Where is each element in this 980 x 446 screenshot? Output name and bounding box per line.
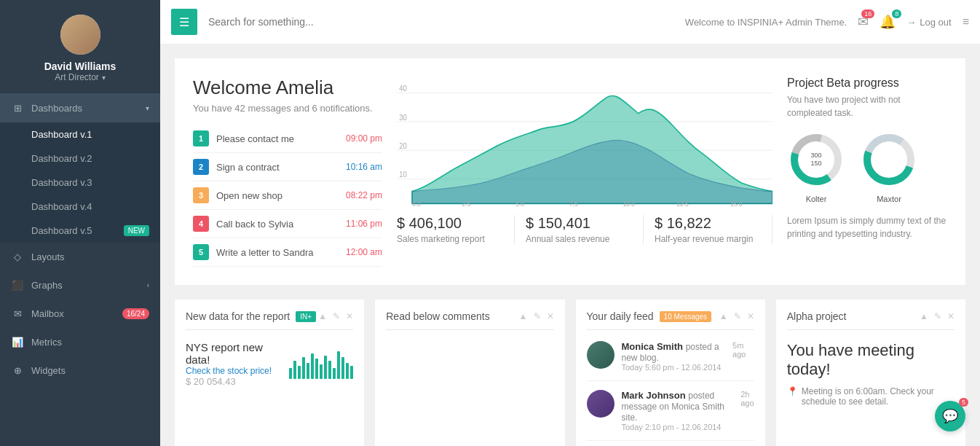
task-time-5: 12:00 am [346, 247, 382, 257]
sidebar-item-metrics[interactable]: 📊 Metrics [0, 328, 160, 356]
main-content: ☰ Welcome to INSPINIA+ Admin Theme. ✉ 16… [160, 0, 980, 446]
report-card-header: New data for the report IN+ ▲ ✎ ✕ [186, 310, 353, 330]
task-item: 5 Write a letter to Sandra 12:00 am [193, 238, 382, 267]
metrics-icon: 📊 [11, 337, 24, 348]
profile-name: David Williams [44, 60, 116, 72]
sidebar-item-graphs[interactable]: ⬛ Graphs ‹ [0, 271, 160, 300]
feed-collapse-icon[interactable]: ▲ [719, 311, 728, 321]
nys-left: NYS report new data! Check the stock pri… [186, 341, 289, 387]
task-item: 1 Please contact me 09:00 pm [193, 125, 382, 153]
svg-text:10.0: 10.0 [623, 200, 636, 207]
chat-bubble[interactable]: 💬 5 [935, 401, 965, 431]
alpha-card-title: Alpha project [787, 310, 847, 322]
svg-text:10: 10 [399, 171, 407, 179]
feed-card-title: Your daily feed 10 Messages [587, 310, 712, 322]
stat-halfyear: $ 16,822 Half-year revenue margin [644, 215, 772, 244]
topbar-menu-icon[interactable]: ≡ [963, 15, 969, 28]
layouts-icon: ◇ [11, 251, 24, 262]
welcome-section: Welcome Amelia You have 42 messages and … [175, 58, 965, 285]
sidebar-item-dashboard-v5[interactable]: Dashboard v.5 NEW [0, 219, 160, 243]
task-number-1: 1 [193, 130, 209, 146]
logout-icon: → [906, 17, 916, 28]
svg-text:2.5: 2.5 [462, 200, 471, 207]
mailbox-badge: 16/24 [122, 308, 149, 319]
sidebar-item-widgets[interactable]: ⊕ Widgets [0, 356, 160, 385]
bottom-row: New data for the report IN+ ▲ ✎ ✕ NYS re… [175, 300, 965, 446]
feed-close-icon[interactable]: ✕ [747, 311, 754, 321]
profile-role[interactable]: Art Director ▾ [55, 72, 106, 82]
alpha-close-icon[interactable]: ✕ [947, 311, 955, 321]
mail-icon[interactable]: ✉ 16 [858, 14, 869, 30]
card-close-icon[interactable]: ✕ [346, 311, 353, 321]
svg-text:15.0: 15.0 [730, 200, 743, 207]
sidebar-item-mailbox[interactable]: ✉ Mailbox 16/24 [0, 300, 160, 328]
feed-time-row-1: Monica Smith posted a new blog. 5m ago [622, 341, 754, 363]
task-item: 4 Call back to Sylvia 11:06 pm [193, 210, 382, 238]
logout-button[interactable]: → Log out [906, 17, 951, 28]
layouts-label: Layouts [31, 251, 149, 262]
bell-icon[interactable]: 🔔 8 [880, 14, 896, 30]
task-time-3: 08:22 pm [346, 190, 382, 200]
feed-edit-icon[interactable]: ✎ [734, 311, 741, 321]
sidebar-item-dashboard-v3[interactable]: Dashboard v.3 [0, 171, 160, 195]
stat-label-annual: Annual sales revenue [526, 234, 632, 244]
svg-text:12.5: 12.5 [676, 200, 689, 207]
svg-text:150: 150 [810, 160, 821, 167]
feed-name-2: Mark Johnson [622, 390, 686, 401]
svg-text:30: 30 [399, 113, 407, 121]
nys-amount: $ 20 054.43 [186, 376, 289, 387]
graphs-label: Graphs [31, 280, 147, 291]
sidebar-navigation: ⊞ Dashboards ▾ Dashboard v.1 Dashboard v… [0, 94, 160, 446]
sidebar-item-layouts[interactable]: ◇ Layouts [0, 243, 160, 271]
alpha-collapse-icon[interactable]: ▲ [920, 311, 928, 321]
sidebar-item-dashboards[interactable]: ⊞ Dashboards ▾ [0, 94, 160, 122]
card-edit-icon[interactable]: ✎ [333, 311, 340, 321]
feed-card-header: Your daily feed 10 Messages ▲ ✎ ✕ [587, 310, 754, 330]
pin-icon: 📍 [787, 386, 798, 396]
report-card: New data for the report IN+ ▲ ✎ ✕ NYS re… [175, 300, 364, 446]
task-list: 1 Please contact me 09:00 pm 2 Sign a co… [193, 125, 382, 267]
search-input[interactable] [205, 12, 678, 31]
task-time-1: 09:00 pm [346, 133, 382, 144]
welcome-title: Welcome Amelia [193, 77, 382, 99]
project-desc: Lorem Ipsum is simply dummy text of the … [787, 214, 947, 240]
comments-close-icon[interactable]: ✕ [547, 311, 554, 321]
feed-item-2: Mark Johnson posted message on Monica Sm… [587, 390, 754, 441]
sidebar-item-dashboard-v1[interactable]: Dashboard v.1 [0, 122, 160, 146]
card-collapse-icon[interactable]: ▲ [318, 311, 327, 321]
sidebar-item-dashboard-v4[interactable]: Dashboard v.4 [0, 195, 160, 219]
task-item: 3 Open new shop 08:22 pm [193, 181, 382, 210]
alpha-edit-icon[interactable]: ✎ [934, 311, 941, 321]
comments-edit-icon[interactable]: ✎ [534, 311, 541, 321]
feed-content-2: Mark Johnson posted message on Monica Sm… [622, 390, 754, 431]
task-label-3: Open new shop [216, 190, 346, 201]
topbar-right: Welcome to INSPINIA+ Admin Theme. ✉ 16 🔔… [685, 14, 969, 30]
comments-collapse-icon[interactable]: ▲ [519, 311, 528, 321]
task-number-2: 2 [193, 159, 209, 175]
page-content: Welcome Amelia You have 42 messages and … [160, 44, 980, 446]
bell-badge: 8 [892, 9, 901, 18]
feed-name-1: Monica Smith [622, 341, 684, 352]
comments-card: Read below comments ▲ ✎ ✕ [375, 300, 564, 446]
alpha-meeting-detail: 📍 Meeting is on 6:00am. Check your sched… [787, 386, 955, 407]
mailbox-icon: ✉ [11, 308, 24, 319]
project-subtitle: You have two project with not compleated… [787, 93, 947, 120]
feed-time-1: 5m ago [732, 341, 754, 363]
svg-text:0.0: 0.0 [412, 200, 421, 207]
nys-link[interactable]: Check the stock price! [186, 366, 289, 376]
kolter-donut-svg: 300 150 [787, 130, 845, 189]
stat-value-annual: $ 150,401 [526, 215, 632, 232]
maxtor-label: Maxtor [860, 195, 918, 203]
area-chart: 40 30 20 10 0.0 2.5 5.0 7.5 10.0 [397, 77, 772, 208]
report-badge: IN+ [296, 311, 316, 322]
task-number-5: 5 [193, 244, 209, 260]
report-card-controls: ▲ ✎ ✕ [318, 311, 353, 321]
comments-card-title: Read below comments [386, 310, 489, 322]
sidebar-item-dashboard-v2[interactable]: Dashboard v.2 [0, 146, 160, 171]
feed-time-2: 2h ago [740, 390, 754, 423]
maxtor-donut-svg [860, 130, 918, 189]
nys-title: NYS report new data! [186, 341, 289, 366]
alpha-meeting-text: You have meeting today! [787, 341, 955, 379]
svg-text:20: 20 [399, 142, 407, 150]
sidebar-toggle-button[interactable]: ☰ [171, 9, 197, 35]
